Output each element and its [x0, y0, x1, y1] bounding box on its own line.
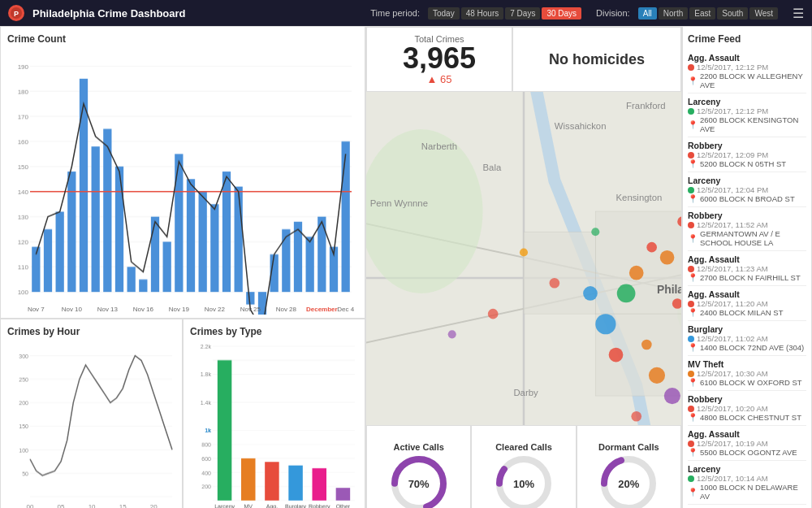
call-panel: Cleared Calls 10%: [471, 425, 576, 508]
feed-item: Larceny 12/5/2017, 12:04 PM 📍 6000 BLOCK…: [688, 172, 806, 207]
div-btn-east[interactable]: East: [689, 7, 715, 20]
svg-point-52: [550, 278, 560, 289]
donut-label: 10%: [513, 478, 534, 490]
svg-point-29: [646, 242, 657, 253]
feed-item: Robbery 12/5/2017, 10:20 AM 📍 4800 BLOCK…: [688, 391, 806, 426]
svg-point-48: [641, 340, 652, 350]
feed-item-type: Agg. Assault: [688, 429, 806, 439]
division-buttons: All North East South West: [638, 7, 778, 20]
crime-count-title: Crime Count: [7, 33, 358, 45]
donut-label: 20%: [618, 478, 639, 490]
svg-text:Darby: Darby: [513, 388, 538, 397]
feed-item-type: Robbery: [688, 211, 806, 220]
svg-text:Narberth: Narberth: [421, 141, 457, 151]
feed-item-type: Larceny: [688, 464, 806, 474]
main-content: Crime Count Total Crimes 3,965 ▲ 65 No h…: [0, 26, 812, 508]
feed-item-time: 12/5/2017, 11:52 AM: [688, 220, 806, 229]
svg-point-53: [591, 228, 599, 236]
feed-item-location: 📍 5500 BLOCK OGONTZ AVE: [688, 448, 806, 457]
calls-row: Active Calls 70% Cleared Calls 10% Dorma…: [366, 425, 681, 508]
donut-chart: 20%: [600, 455, 657, 508]
svg-point-54: [488, 309, 499, 319]
feed-item: Burglary 12/5/2017, 11:02 AM 📍 1400 BLOC…: [688, 321, 806, 356]
feed-item-time: 12/5/2017, 11:23 AM: [688, 264, 806, 273]
feed-item-time: 12/5/2017, 10:20 AM: [688, 404, 806, 413]
svg-text:Wissahickon: Wissahickon: [555, 121, 607, 131]
feed-item: Agg. Assault 12/5/2017, 11:20 AM 📍 2400 …: [688, 286, 806, 321]
time-period-buttons: Today 48 Hours 7 Days 30 Days: [428, 7, 581, 20]
feed-item-time: 12/5/2017, 10:19 AM: [688, 439, 806, 448]
feed-item-time: 12/5/2017, 10:30 AM: [688, 369, 806, 378]
svg-point-38: [649, 367, 665, 384]
feed-item-location: 📍 2700 BLOCK N FAIRHILL ST: [688, 273, 806, 282]
feed-item-type: Burglary: [688, 324, 806, 334]
feed-item-time: 12/5/2017, 11:02 AM: [688, 334, 806, 343]
feed-item: Larceny 12/5/2017, 12:12 PM 📍 2600 BLOCK…: [688, 93, 806, 137]
feed-item: Agg. Assault 12/5/2017, 12:12 PM 📍 2200 …: [688, 50, 806, 93]
feed-item: Agg. Assault 12/5/2017, 11:23 AM 📍 2700 …: [688, 251, 806, 286]
feed-item-location: 📍 6100 BLOCK W OXFORD ST: [688, 378, 806, 387]
crime-count-chart: [7, 50, 358, 315]
app-title: Philadelphia Crime Dashboard: [32, 7, 362, 20]
crimes-by-type-title: Crimes by Type: [190, 326, 358, 337]
svg-point-47: [583, 286, 598, 301]
feed-item: Larceny 12/5/2017, 10:14 AM 📍 1000 BLOCK…: [688, 461, 806, 505]
donut-label: 70%: [408, 478, 430, 490]
div-btn-south[interactable]: South: [717, 7, 748, 20]
crimes-by-hour-title: Crimes by Hour: [7, 326, 175, 337]
svg-point-34: [595, 314, 615, 334]
time-btn-today[interactable]: Today: [428, 7, 460, 20]
feed-item-type: MV Theft: [688, 359, 806, 369]
svg-point-50: [664, 388, 680, 404]
crime-feed-title: Crime Feed: [688, 33, 806, 45]
time-btn-7d[interactable]: 7 Days: [505, 7, 540, 20]
header: P Philadelphia Crime Dashboard Time peri…: [0, 0, 812, 26]
call-panel-title: Dormant Calls: [598, 442, 659, 452]
feed-item-time: 12/5/2017, 12:12 PM: [688, 63, 806, 72]
feed-item-location: 📍 1400 BLOCK 72ND AVE (304): [688, 343, 806, 352]
feed-item-time: 12/5/2017, 11:20 AM: [688, 299, 806, 308]
crime-feed-panel[interactable]: Crime Feed Agg. Assault 12/5/2017, 12:12…: [682, 26, 812, 508]
svg-text:P: P: [14, 10, 19, 18]
svg-point-37: [609, 348, 624, 363]
feed-item-location: 📍 6000 BLOCK N BROAD ST: [688, 194, 806, 203]
feed-item: Agg. Assault 12/5/2017, 10:19 AM 📍 5500 …: [688, 426, 806, 461]
crimes-by-hour-chart: [7, 342, 175, 508]
feed-item-location: 📍 2200 BLOCK W ALLEGHENY AVE: [688, 72, 806, 89]
feed-item-location: 📍 2600 BLOCK KENSINGTON AVE: [688, 115, 806, 133]
call-panel: Active Calls 70%: [366, 425, 471, 508]
svg-rect-12: [524, 232, 595, 314]
feed-item-location: 📍 4800 BLOCK CHESTNUT ST: [688, 413, 806, 422]
call-panel: Dormant Calls 20%: [577, 425, 681, 508]
crimes-by-type-panel: Crimes by Type: [183, 319, 365, 508]
svg-point-51: [520, 248, 528, 256]
call-panel-title: Cleared Calls: [495, 442, 552, 452]
svg-point-45: [617, 284, 636, 303]
feed-item-type: Robbery: [688, 141, 806, 150]
division-label: Division:: [596, 8, 630, 18]
svg-point-55: [448, 330, 456, 338]
feed-item-time: 12/5/2017, 12:09 PM: [688, 150, 806, 159]
feed-item-time: 12/5/2017, 12:04 PM: [688, 185, 806, 194]
feed-items-container: Agg. Assault 12/5/2017, 12:12 PM 📍 2200 …: [688, 50, 806, 508]
feed-item-type: Agg. Assault: [688, 254, 806, 264]
div-btn-all[interactable]: All: [638, 7, 657, 20]
feed-item-time: 12/5/2017, 10:14 AM: [688, 474, 806, 483]
time-btn-48h[interactable]: 48 Hours: [461, 7, 504, 20]
time-btn-30d[interactable]: 30 Days: [542, 7, 581, 20]
feed-item-location: 📍 1000 BLOCK N DELAWARE AV: [688, 483, 806, 501]
feed-item-type: Robbery: [688, 394, 806, 404]
time-period-label: Time period:: [370, 8, 420, 18]
call-panel-title: Active Calls: [393, 442, 443, 452]
div-btn-west[interactable]: West: [749, 7, 778, 20]
donut-chart: 70%: [391, 455, 447, 508]
feed-item-type: Agg. Assault: [688, 289, 806, 299]
svg-point-56: [631, 411, 641, 422]
div-btn-north[interactable]: North: [659, 7, 688, 20]
svg-text:Bala: Bala: [483, 163, 502, 172]
feed-item-type: Agg. Assault: [688, 53, 806, 63]
feed-item-type: Larceny: [688, 176, 806, 185]
svg-text:Kensington: Kensington: [616, 193, 663, 202]
menu-icon[interactable]: ☰: [793, 6, 804, 21]
feed-item-type: Larceny: [688, 97, 806, 106]
